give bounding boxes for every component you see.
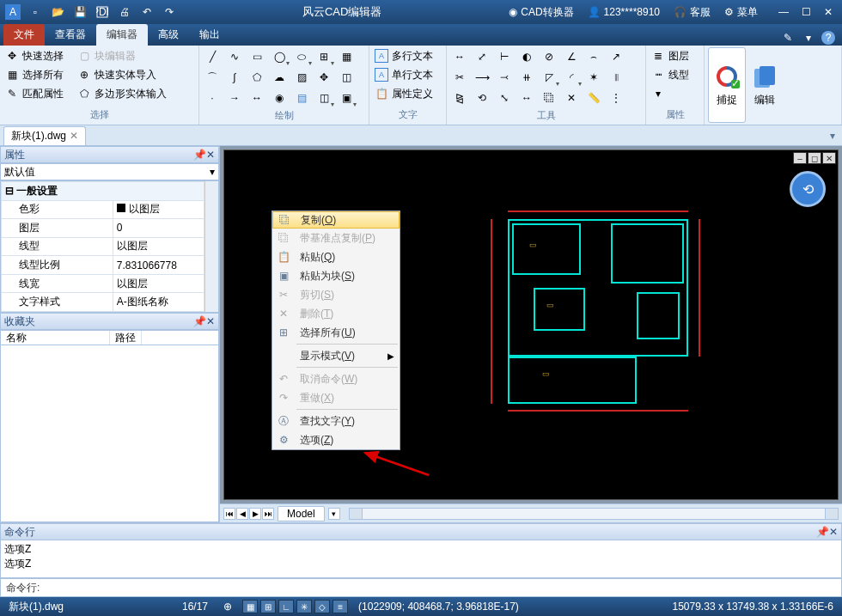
- canvas-min-icon[interactable]: –: [793, 152, 807, 164]
- prop-value[interactable]: 以图层: [113, 200, 204, 219]
- nav-prev-icon[interactable]: ◀: [236, 508, 248, 520]
- prop-value[interactable]: 以图层: [113, 274, 204, 293]
- lwt-toggle-icon[interactable]: ≡: [333, 600, 348, 613]
- props-combo[interactable]: 默认值 ▾: [0, 163, 219, 180]
- stretch-icon[interactable]: ↔: [517, 88, 536, 107]
- menu-item[interactable]: Ⓐ查找文字(Y): [272, 412, 400, 430]
- prop-category[interactable]: ⊟ 一般设置: [2, 182, 204, 201]
- ray-icon[interactable]: →: [225, 88, 244, 107]
- entity-import-button[interactable]: ⊕快速实体导入: [76, 66, 158, 83]
- canvas-close-icon[interactable]: ✕: [822, 152, 836, 164]
- hatch-icon[interactable]: ▨: [292, 68, 311, 87]
- attdef-button[interactable]: 📋属性定义: [373, 85, 442, 102]
- snap-button[interactable]: ✓ 捕捉: [708, 47, 746, 123]
- prop-value[interactable]: 以图层: [113, 237, 204, 256]
- join-icon[interactable]: ⧺: [517, 68, 536, 87]
- mirror-icon[interactable]: ⧎: [450, 88, 469, 107]
- prop-value[interactable]: 0: [113, 219, 204, 238]
- property-grid[interactable]: ⊟ 一般设置 色彩以图层图层0线型以图层线型比例7.831066778线宽以图层…: [0, 180, 219, 313]
- model-tab-dd[interactable]: ▾: [328, 508, 340, 520]
- quick-select-button[interactable]: ✥快速选择: [3, 47, 65, 64]
- prop-row[interactable]: 图层0: [2, 219, 204, 238]
- customize-icon[interactable]: ✎: [780, 30, 796, 46]
- copy-tool-icon[interactable]: ⿻: [540, 88, 558, 107]
- minimize-button[interactable]: ―: [773, 3, 794, 21]
- edit-button[interactable]: 编辑: [746, 47, 784, 123]
- help-icon[interactable]: ?: [821, 31, 835, 45]
- wipeout-icon[interactable]: ▣▾: [337, 88, 356, 107]
- nav-first-icon[interactable]: ⏮: [223, 508, 235, 520]
- save-icon[interactable]: 💾: [70, 3, 89, 21]
- fav-list[interactable]: [0, 345, 219, 522]
- dim-ord-icon[interactable]: ⊢: [495, 47, 514, 66]
- menu-item[interactable]: 显示模式(V)▶: [272, 346, 400, 365]
- undo-icon[interactable]: ↶: [137, 3, 156, 21]
- dim-arc-icon[interactable]: ⌢: [584, 47, 603, 66]
- support-button[interactable]: 🎧客服: [670, 3, 714, 21]
- menu-item[interactable]: ⊞选择所有(U): [272, 323, 400, 342]
- prop-scrollbar[interactable]: [204, 181, 218, 312]
- chamfer-icon[interactable]: ◸▾: [540, 68, 558, 87]
- spline-icon[interactable]: ∫: [225, 68, 244, 87]
- redo-icon[interactable]: ↷: [160, 3, 179, 21]
- block-insert-icon[interactable]: ◫: [337, 68, 356, 87]
- stext-button[interactable]: A单行文本: [373, 66, 442, 83]
- close-button[interactable]: ✕: [818, 3, 839, 21]
- break-icon[interactable]: ⤙: [495, 68, 514, 87]
- prop-row[interactable]: 色彩以图层: [2, 200, 204, 219]
- cad-converter-button[interactable]: ◉CAD转换器: [505, 3, 577, 21]
- expand-tabs-icon[interactable]: ▾: [827, 130, 839, 142]
- offset-icon[interactable]: ⫴: [607, 68, 625, 87]
- extend-icon[interactable]: ⟶: [473, 68, 491, 87]
- polygon-tool-icon[interactable]: ⬠: [247, 68, 266, 87]
- move-icon[interactable]: ✥: [314, 68, 333, 87]
- user-button[interactable]: 👤123****8910: [584, 4, 663, 20]
- dim-angular-icon[interactable]: ∠: [562, 47, 581, 66]
- layer-button[interactable]: ≣图层: [650, 47, 700, 64]
- xline-icon[interactable]: ↔: [247, 88, 266, 107]
- trim-icon[interactable]: ✂: [450, 68, 469, 87]
- select-all-button[interactable]: ▦选择所有: [3, 66, 65, 83]
- tab-viewer[interactable]: 查看器: [45, 24, 96, 46]
- prop-row[interactable]: 线型比例7.831066778: [2, 256, 204, 275]
- divide-icon[interactable]: ⋮: [607, 88, 625, 107]
- nav-next-icon[interactable]: ▶: [249, 508, 261, 520]
- rect-icon[interactable]: ▭: [247, 47, 266, 66]
- menu-button[interactable]: ⚙菜单: [721, 3, 761, 21]
- dim-diameter-icon[interactable]: ⊘: [540, 47, 558, 66]
- dim-aligned-icon[interactable]: ⤢: [473, 47, 491, 66]
- prop-row[interactable]: 文字样式A-图纸名称: [2, 293, 204, 312]
- cmd-input[interactable]: [45, 582, 841, 594]
- tab-file[interactable]: 文件: [3, 24, 45, 46]
- canvas-max-icon[interactable]: ◻: [808, 152, 821, 164]
- fav-panel-header[interactable]: 收藏夹 📌 ✕: [0, 313, 219, 330]
- ellipse-icon[interactable]: ⬭▾: [292, 47, 311, 66]
- menu-item[interactable]: 📋粘贴(Q): [272, 247, 400, 266]
- polar-toggle-icon[interactable]: ✳: [296, 600, 312, 613]
- fillet-icon[interactable]: ◜▾: [562, 68, 581, 87]
- model-tab[interactable]: Model: [278, 506, 325, 521]
- status-cursor[interactable]: ⊕: [218, 601, 237, 613]
- prop-row[interactable]: 线宽以图层: [2, 274, 204, 293]
- dim-radius-icon[interactable]: ◐: [517, 47, 536, 66]
- cmd-header[interactable]: 命令行 📌 ✕: [0, 523, 842, 540]
- polygon-import-button[interactable]: ⬠多边形实体输入: [76, 85, 168, 102]
- pin-icon[interactable]: 📌: [193, 149, 206, 161]
- osnap-toggle-icon[interactable]: ◇: [314, 600, 330, 613]
- doc-tab[interactable]: 新块(1).dwg ✕: [3, 126, 86, 145]
- erase-icon[interactable]: ✕: [562, 88, 581, 107]
- print-icon[interactable]: 🖨: [115, 3, 134, 21]
- col-name[interactable]: 名称: [1, 331, 110, 345]
- mtext-button[interactable]: A多行文本: [373, 47, 442, 64]
- close-panel-icon[interactable]: ✕: [206, 315, 215, 327]
- scale-icon[interactable]: ⤡: [495, 88, 514, 107]
- explode-icon[interactable]: ✶: [584, 68, 603, 87]
- arc-icon[interactable]: ⌒: [203, 68, 222, 87]
- rotate-icon[interactable]: ⟲: [473, 88, 491, 107]
- dim-linear-icon[interactable]: ↔: [450, 47, 469, 66]
- pin-icon[interactable]: 📌: [193, 315, 206, 327]
- close-panel-icon[interactable]: ✕: [829, 526, 838, 538]
- app-icon[interactable]: A: [3, 3, 22, 21]
- open-icon[interactable]: 📂: [48, 3, 67, 21]
- linetype-button[interactable]: ┉线型: [650, 66, 700, 83]
